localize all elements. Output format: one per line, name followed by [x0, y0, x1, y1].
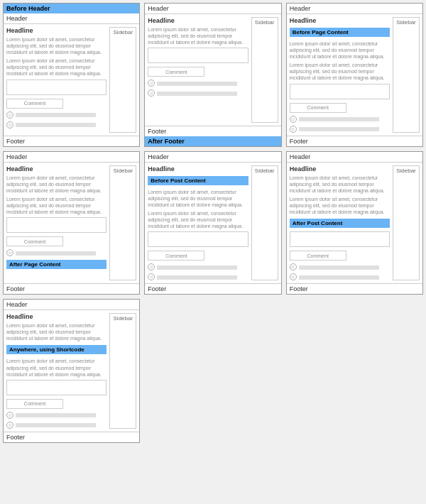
- avatar-5b: ☺: [148, 273, 155, 280]
- wireframe-5: Header Headline Before Post Content Lore…: [144, 151, 281, 295]
- avatar-row-7b: ☺: [6, 422, 106, 429]
- main-6: Headline Lorem ipsum dolor sit amet, con…: [290, 165, 390, 281]
- avatar-row-1b: ☺: [6, 121, 106, 128]
- wireframe-grid-2: Header Headline Lorem ipsum dolor sit am…: [3, 151, 423, 295]
- empty-cell-2: [286, 299, 423, 443]
- wireframe-6: Header Headline Lorem ipsum dolor sit am…: [286, 151, 423, 295]
- comment-box-1: Comment: [6, 99, 63, 109]
- line-7a: [16, 413, 96, 417]
- header-label-6: Header: [287, 152, 422, 163]
- input-box-1: [6, 80, 106, 95]
- headline-2: Headline: [148, 17, 248, 24]
- footer-label-7: Footer: [4, 432, 139, 442]
- line-2b: [157, 92, 237, 96]
- lorem1-2: Lorem ipsum dolor sit amet, consectetur …: [148, 26, 248, 45]
- header-label-1: Header: [4, 13, 139, 24]
- anywhere-shortcode-label: Anywhere, using Shortcode: [6, 345, 106, 354]
- lorem1-3: Lorem ipsum dolor sit amet, consectetur …: [290, 40, 390, 60]
- before-page-content-label: Before Page Content: [290, 28, 390, 37]
- footer-label-6: Footer: [287, 283, 422, 294]
- avatar-row-6b: ☺: [290, 273, 390, 280]
- headline-4: Headline: [6, 165, 106, 172]
- line-6b: [299, 275, 379, 280]
- body-5: Headline Before Post Content Lorem ipsum…: [145, 163, 280, 284]
- header-label-5: Header: [145, 152, 280, 163]
- wireframe-grid: Before Header Header Headline Lorem ipsu…: [3, 3, 423, 147]
- comment-box-5: Comment: [148, 251, 204, 261]
- lorem2-5: Lorem ipsum dolor sit amet, consectetur …: [148, 210, 248, 229]
- line-1a: [16, 113, 96, 117]
- lorem2-4: Lorem ipsum dolor sit amet, consectetur …: [6, 196, 106, 215]
- avatar-3a: ☺: [290, 116, 297, 123]
- headline-1: Headline: [6, 27, 106, 34]
- line-1b: [16, 123, 96, 127]
- body-6: Headline Lorem ipsum dolor sit amet, con…: [287, 163, 422, 284]
- avatar-row-5a: ☺: [148, 263, 248, 270]
- wireframe-7: Header Headline Lorem ipsum dolor sit am…: [3, 299, 140, 443]
- comment-area-5: Comment: [148, 251, 248, 261]
- avatar-1a: ☺: [6, 111, 13, 119]
- avatar-row-7a: ☺: [6, 412, 106, 419]
- sidebar-5: Sidebar: [251, 165, 278, 281]
- input-box-6: [290, 231, 390, 247]
- input-box-7: [6, 380, 106, 395]
- avatar-row-3b: ☺: [290, 126, 390, 133]
- avatar-row-2b: ☺: [148, 89, 248, 97]
- line-5a: [157, 265, 237, 270]
- headline-5: Headline: [148, 165, 248, 172]
- lorem2-3: Lorem ipsum dolor sit amet, consectetur …: [290, 62, 390, 81]
- wireframe-3: Header Headline Before Page Content Lore…: [286, 3, 423, 147]
- body-4: Headline Lorem ipsum dolor sit amet, con…: [4, 163, 139, 284]
- sidebar-7: Sidebar: [109, 313, 136, 429]
- main-1: Headline Lorem ipsum dolor sit amet, con…: [6, 27, 106, 133]
- line-6a: [299, 265, 379, 270]
- lorem2-7: Lorem ipsum dolor sit amet, consectetur …: [6, 358, 106, 377]
- line-2a: [157, 82, 237, 86]
- body-7: Headline Lorem ipsum dolor sit amet, con…: [4, 310, 139, 432]
- comment-area-2: Comment: [148, 67, 248, 77]
- header-label-3: Header: [287, 4, 422, 14]
- headline-6: Headline: [290, 165, 390, 172]
- line-5b: [157, 275, 237, 280]
- wireframe-grid-3: Header Headline Lorem ipsum dolor sit am…: [3, 299, 423, 443]
- footer-label-2: Footer: [145, 126, 280, 136]
- avatar-6b: ☺: [290, 273, 297, 280]
- main-4: Headline Lorem ipsum dolor sit amet, con…: [6, 165, 106, 281]
- sidebar-1: Sidebar: [109, 27, 136, 133]
- avatar-3b: ☺: [290, 126, 297, 133]
- comment-box-2: Comment: [148, 67, 204, 77]
- lorem1-1: Lorem ipsum dolor sit amet, consectetur …: [6, 36, 106, 55]
- body-1: Headline Lorem ipsum dolor sit amet, con…: [4, 24, 139, 136]
- comment-box-7: Comment: [6, 399, 63, 409]
- main-3: Headline Before Page Content Lorem ipsum…: [290, 17, 390, 133]
- before-header-label-1: Before Header: [4, 4, 139, 13]
- line-3b: [299, 127, 379, 131]
- avatar-2a: ☺: [148, 80, 155, 87]
- line-3a: [299, 117, 379, 121]
- sidebar-6: Sidebar: [393, 165, 420, 281]
- input-box-3: [290, 84, 390, 99]
- header-label-4: Header: [4, 152, 139, 163]
- input-box-5: [148, 231, 248, 247]
- lorem1-5: Lorem ipsum dolor sit amet, consectetur …: [148, 189, 248, 208]
- lorem1-7: Lorem ipsum dolor sit amet, consectetur …: [6, 322, 106, 341]
- footer-label-5: Footer: [145, 283, 280, 294]
- line-4a: [16, 251, 96, 256]
- comment-box-4: Comment: [6, 236, 63, 246]
- avatar-2b: ☺: [148, 89, 155, 97]
- wireframe-2: Header Headline Lorem ipsum dolor sit am…: [144, 3, 281, 147]
- avatar-6a: ☺: [290, 263, 297, 270]
- comment-area-3: Comment: [290, 103, 390, 113]
- avatar-row-1a: ☺: [6, 111, 106, 119]
- sidebar-4: Sidebar: [109, 165, 136, 281]
- footer-label-4: Footer: [4, 283, 139, 294]
- header-label-2: Header: [145, 4, 280, 14]
- footer-label-1: Footer: [4, 136, 139, 146]
- lorem2-1: Lorem ipsum dolor sit amet, consectetur …: [6, 57, 106, 77]
- main-7: Headline Lorem ipsum dolor sit amet, con…: [6, 313, 106, 429]
- input-box-4: [6, 217, 106, 233]
- avatar-row-5b: ☺: [148, 273, 248, 280]
- avatar-1b: ☺: [6, 121, 13, 128]
- comment-area-7: Comment: [6, 399, 106, 409]
- headline-7: Headline: [6, 313, 106, 320]
